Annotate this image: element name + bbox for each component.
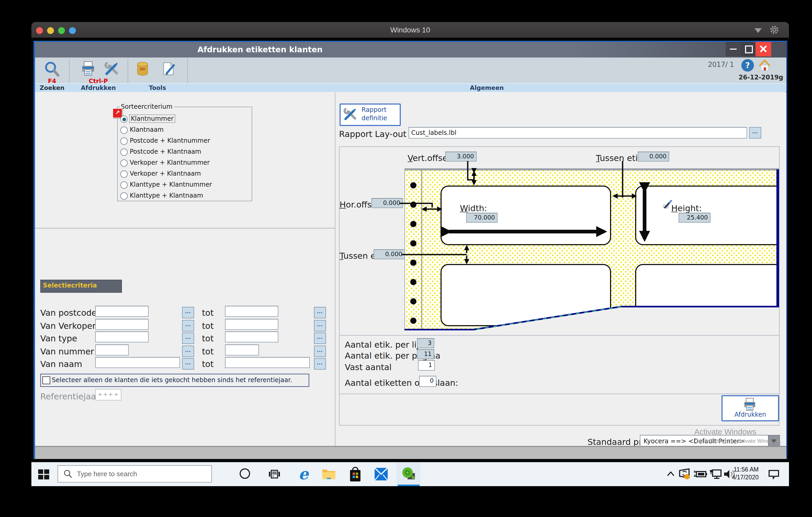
- reference-year-panel: Selecteer alleen de klanten die iets gek…: [40, 374, 309, 387]
- radio-unselected[interactable]: [120, 192, 128, 200]
- counts-box: Aantal etik. per lijn 3 Aantal etik. per…: [339, 336, 780, 394]
- tray-clock[interactable]: 11:56 AM 4/17/2020: [730, 466, 759, 482]
- layout-input[interactable]: Cust_labels.lbl: [409, 127, 747, 139]
- browse-button[interactable]: ...: [749, 127, 761, 139]
- vm-window: Windows 10 Afdrukken etiketten klanten: [31, 22, 789, 486]
- hor-offset-field[interactable]: 0.000: [372, 198, 403, 208]
- tray-time: 11:56 AM: [730, 466, 759, 474]
- ribbon-group-zoeken[interactable]: Zoeken: [35, 84, 69, 91]
- action-center-icon[interactable]: [768, 469, 780, 479]
- skip-count-field[interactable]: 0: [419, 376, 436, 387]
- van-nummer-input[interactable]: [95, 344, 129, 356]
- van-naam-input[interactable]: [95, 357, 180, 368]
- label-cell: [635, 264, 779, 326]
- row-label: Van naam: [40, 359, 82, 369]
- microsoft-store-icon[interactable]: [348, 466, 362, 483]
- label-page: [404, 168, 779, 332]
- tray-sync-display-icon[interactable]: [678, 468, 691, 480]
- ribbon-group-tools[interactable]: Tools: [128, 84, 187, 91]
- tot-nummer-input[interactable]: [225, 344, 259, 356]
- search-icon[interactable]: [44, 61, 60, 78]
- edge-browser-icon[interactable]: e: [296, 465, 311, 483]
- period-indicator: 2017/ 1: [708, 61, 734, 68]
- radio-unselected[interactable]: [120, 159, 128, 167]
- tussen-top-field[interactable]: 0.000: [638, 152, 669, 161]
- ribbon-group-algemeen[interactable]: Algemeen: [187, 84, 786, 91]
- tussen-left-field[interactable]: 0.000: [374, 249, 405, 259]
- radio-unselected[interactable]: [120, 149, 128, 156]
- help-button[interactable]: ?: [742, 59, 754, 71]
- per-line-field: 3: [417, 338, 434, 348]
- vm-titlebar[interactable]: Windows 10: [31, 22, 789, 38]
- search-placeholder: Type here to search: [77, 470, 137, 478]
- radio-label[interactable]: Klanttype + Klantnummer: [130, 181, 212, 188]
- radio-unselected[interactable]: [120, 126, 128, 134]
- reference-checkbox[interactable]: [42, 376, 50, 384]
- active-app-tile[interactable]: [397, 463, 420, 486]
- browse-button[interactable]: ...: [314, 345, 326, 357]
- tot-verkoper-input[interactable]: [225, 319, 278, 330]
- browse-button[interactable]: ...: [314, 332, 326, 344]
- radio-label[interactable]: Postcode + Klantnummer: [130, 137, 210, 144]
- browse-button[interactable]: ...: [182, 332, 194, 344]
- print-setup-tools-icon[interactable]: [104, 61, 120, 77]
- start-button[interactable]: [38, 468, 50, 480]
- edit-document-icon[interactable]: [161, 61, 177, 77]
- row-label: Van type: [40, 334, 77, 343]
- dropdown-arrow-button[interactable]: [768, 435, 780, 447]
- vert-offset-field[interactable]: 3.000: [445, 152, 476, 161]
- vm-settings-gear-icon[interactable]: [769, 25, 780, 35]
- file-explorer-icon[interactable]: [322, 467, 336, 481]
- tray-network-icon[interactable]: [709, 469, 722, 479]
- radio-label[interactable]: Verkoper + Klantnaam: [130, 170, 201, 177]
- browse-button[interactable]: ...: [182, 307, 194, 318]
- browse-button[interactable]: ...: [314, 307, 326, 318]
- radio-label[interactable]: Postcode + Klantnaam: [130, 148, 201, 155]
- height-field[interactable]: 25.400: [678, 213, 710, 223]
- radio-unselected[interactable]: [120, 181, 128, 189]
- radio-label[interactable]: Klantnummer: [130, 115, 175, 122]
- tot-naam-input[interactable]: [225, 357, 310, 368]
- app-titlebar[interactable]: Afdrukken etiketten klanten: [35, 42, 786, 58]
- reference-year-input[interactable]: ++++: [95, 389, 121, 400]
- cortana-button[interactable]: [240, 468, 250, 479]
- vm-title: Windows 10: [31, 26, 789, 34]
- print-button[interactable]: Afdrukken: [722, 395, 779, 421]
- reference-checkbox-label[interactable]: Selecteer alleen de klanten die iets gek…: [52, 376, 292, 384]
- tot-type-input[interactable]: [225, 331, 278, 342]
- tray-battery-icon[interactable]: [694, 470, 707, 478]
- maximize-button[interactable]: [741, 42, 756, 57]
- tray-chevron-icon[interactable]: [667, 470, 675, 478]
- browse-button[interactable]: ...: [182, 320, 194, 331]
- home-icon[interactable]: [758, 59, 772, 73]
- page-top-edge: [404, 168, 779, 171]
- mail-app-icon[interactable]: [374, 467, 388, 481]
- van-verkoper-input[interactable]: [95, 319, 149, 330]
- taskbar-search-box[interactable]: Type here to search: [58, 465, 212, 483]
- fixed-count-field[interactable]: 1: [418, 360, 435, 371]
- browse-button[interactable]: ...: [182, 358, 194, 370]
- close-button[interactable]: [755, 42, 771, 57]
- ribbon-group-afdrukken[interactable]: Afdrukken: [69, 84, 128, 91]
- print-icon: [743, 397, 757, 412]
- task-view-button[interactable]: [268, 468, 280, 480]
- radio-label[interactable]: Klanttype + Klantnaam: [130, 192, 203, 199]
- van-postcode-input[interactable]: [95, 306, 149, 317]
- width-field[interactable]: 70.000: [466, 213, 498, 223]
- report-definition-button[interactable]: Rapport definitie: [340, 103, 401, 126]
- browse-button[interactable]: ...: [314, 320, 326, 331]
- radio-label[interactable]: Verkoper + Klantnummer: [130, 159, 210, 166]
- tot-label: tot: [202, 346, 214, 357]
- browse-button[interactable]: ...: [314, 358, 326, 370]
- radio-unselected[interactable]: [120, 171, 128, 178]
- tot-postcode-input[interactable]: [225, 306, 278, 317]
- tot-label: tot: [202, 334, 214, 343]
- browse-button[interactable]: ...: [182, 345, 194, 357]
- print-icon[interactable]: [80, 61, 96, 77]
- radio-label[interactable]: Klantnaam: [130, 126, 164, 133]
- database-icon[interactable]: [135, 61, 151, 77]
- minimize-button[interactable]: [726, 42, 741, 57]
- vm-dropdown-caret-icon[interactable]: [754, 28, 762, 33]
- radio-unselected[interactable]: [120, 138, 128, 145]
- van-type-input[interactable]: [95, 331, 149, 342]
